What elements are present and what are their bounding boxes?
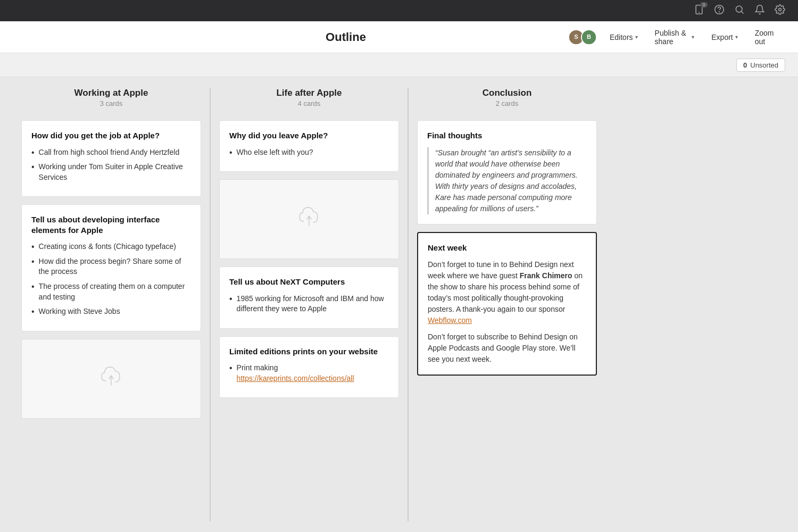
zoom-out-label: Zoom out	[755, 29, 774, 46]
export-chevron: ▾	[735, 34, 738, 40]
settings-icon[interactable]	[775, 4, 785, 18]
upload-icon	[295, 204, 323, 234]
column-life-after-apple: Life after Apple 4 cards Why did you lea…	[211, 88, 408, 521]
export-label: Export	[711, 33, 733, 41]
card-title: Limited editions prints on your website	[229, 346, 389, 357]
publish-chevron: ▾	[692, 34, 694, 40]
webflow-link[interactable]: Webflow.com	[428, 316, 472, 325]
unsorted-badge[interactable]: 0 Unsorted	[736, 59, 785, 72]
column-title-2: Life after Apple	[219, 88, 399, 98]
next-week-body-3: Don’t forget to subscribe to Behind Desi…	[428, 331, 586, 365]
svg-text:B: B	[587, 34, 591, 40]
export-button[interactable]: Export ▾	[707, 31, 742, 44]
list-item: 1985 working for Microsoft and IBM and h…	[229, 294, 389, 314]
list-item: The process of creating them on a comput…	[31, 281, 191, 302]
list-item: Print making https://kareprints.com/coll…	[229, 363, 389, 384]
help-icon[interactable]	[714, 4, 725, 18]
svg-point-6	[779, 8, 782, 11]
card-list: 1985 working for Microsoft and IBM and h…	[229, 294, 389, 314]
card-title: How did you get the job at Apple?	[31, 130, 191, 141]
avatar-2[interactable]: B	[581, 29, 597, 45]
svg-point-4	[736, 6, 742, 12]
column-header-1: Working at Apple 3 cards	[21, 88, 201, 112]
tablet-badge: 0	[700, 2, 708, 7]
column-working-at-apple: Working at Apple 3 cards How did you get…	[13, 88, 210, 521]
list-item: Creating icons & fonts (Chicago typeface…	[31, 242, 191, 252]
next-week-body-1: Don’t forget to tune in to Behind Design…	[428, 259, 586, 326]
toolbar: 0 Unsorted	[0, 53, 798, 77]
card-list: Creating icons & fonts (Chicago typeface…	[31, 242, 191, 317]
column-header-2: Life after Apple 4 cards	[219, 88, 399, 112]
card-list: Who else left with you?	[229, 147, 389, 158]
card-quote: “Susan brought “an artist’s sensibility …	[427, 147, 587, 214]
card-list: Call from high school friend Andy Hertzf…	[31, 147, 191, 183]
card-title: Why did you leave Apple?	[229, 130, 389, 141]
card-final-thoughts[interactable]: Final thoughts “Susan brought “an artist…	[417, 120, 597, 225]
list-item: Who else left with you?	[229, 147, 389, 158]
editors-button[interactable]: Editors ▾	[605, 31, 642, 44]
card-leave-apple[interactable]: Why did you leave Apple? Who else left w…	[219, 120, 399, 172]
header-right: S B Editors ▾ Publish & share ▾ Export ▾…	[568, 27, 781, 48]
list-item: Working under Tom Suiter in Apple Creati…	[31, 162, 191, 182]
list-item: Call from high school friend Andy Hertzf…	[31, 147, 191, 158]
card-title: Tell us about developing interface eleme…	[31, 214, 191, 235]
column-count-3: 2 cards	[417, 99, 597, 107]
header: Outline S B Editors ▾ Publish & share ▾ …	[0, 21, 798, 53]
card-list: Print making https://kareprints.com/coll…	[229, 363, 389, 384]
card-upload-2[interactable]	[219, 179, 399, 259]
card-title: Tell us about NeXT Computers	[229, 277, 389, 287]
kareprints-link[interactable]: https://kareprints.com/collections/all	[237, 374, 354, 383]
guest-name: Frank Chimero	[520, 271, 572, 280]
card-apple-job[interactable]: How did you get the job at Apple? Call f…	[21, 120, 201, 197]
card-title: Final thoughts	[427, 130, 587, 141]
bell-icon[interactable]	[754, 4, 765, 18]
column-title-3: Conclusion	[417, 88, 597, 98]
editors-chevron: ▾	[635, 34, 638, 40]
card-limited-editions[interactable]: Limited editions prints on your website …	[219, 336, 399, 398]
avatar-group[interactable]: S B	[568, 29, 597, 45]
unsorted-label: Unsorted	[750, 61, 778, 69]
svg-point-3	[719, 11, 720, 12]
card-upload-1[interactable]	[21, 339, 201, 419]
svg-line-5	[742, 11, 744, 13]
page-title: Outline	[123, 30, 568, 44]
card-next-week[interactable]: Next week Don’t forget to tune in to Beh…	[417, 232, 597, 376]
column-count-2: 4 cards	[219, 99, 399, 107]
column-title-1: Working at Apple	[21, 88, 201, 98]
column-count-1: 3 cards	[21, 99, 201, 107]
card-interface-elements[interactable]: Tell us about developing interface eleme…	[21, 204, 201, 331]
main-content: Working at Apple 3 cards How did you get…	[0, 77, 798, 532]
publish-button[interactable]: Publish & share ▾	[651, 27, 699, 48]
tablet-icon[interactable]: 0	[694, 4, 704, 18]
editors-label: Editors	[610, 33, 633, 41]
column-header-3: Conclusion 2 cards	[417, 88, 597, 112]
card-next-computers[interactable]: Tell us about NeXT Computers 1985 workin…	[219, 267, 399, 329]
publish-label: Publish & share	[655, 29, 690, 46]
zoom-out-button[interactable]: Zoom out	[751, 27, 781, 48]
list-item: Working with Steve Jobs	[31, 306, 191, 317]
unsorted-count: 0	[743, 61, 747, 69]
upload-icon	[97, 364, 125, 394]
list-item: How did the process begin? Share some of…	[31, 256, 191, 277]
column-conclusion: Conclusion 2 cards Final thoughts “Susan…	[409, 88, 605, 521]
top-bar: 0	[0, 0, 798, 21]
card-title: Next week	[428, 243, 586, 253]
svg-text:S: S	[574, 34, 578, 40]
search-icon[interactable]	[734, 4, 745, 18]
